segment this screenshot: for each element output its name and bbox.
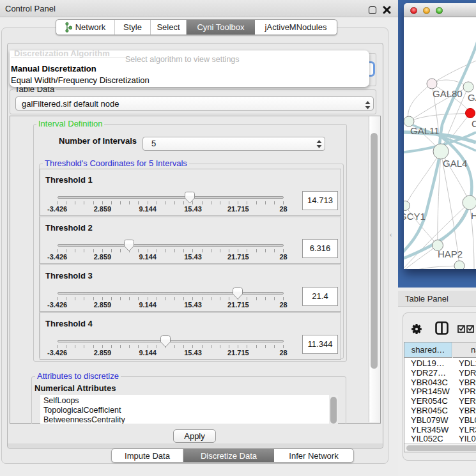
- svg-text:GAL4: GAL4: [443, 158, 467, 169]
- svg-text:GAL80: GAL80: [433, 88, 463, 99]
- svg-text:HAP2: HAP2: [438, 249, 463, 259]
- svg-text:GCY1: GCY1: [404, 211, 426, 222]
- svg-text:H: H: [471, 210, 476, 221]
- svg-text:GA: GA: [468, 92, 476, 103]
- svg-text:GAL11: GAL11: [410, 125, 440, 136]
- svg-text:C: C: [472, 118, 476, 129]
